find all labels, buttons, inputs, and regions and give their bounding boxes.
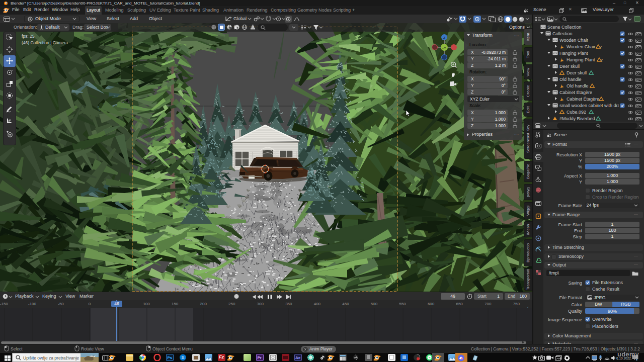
svg-text:-Y: -Y — [442, 46, 447, 50]
svg-text:z: z — [443, 35, 445, 40]
svg-text:S: S — [181, 355, 184, 360]
